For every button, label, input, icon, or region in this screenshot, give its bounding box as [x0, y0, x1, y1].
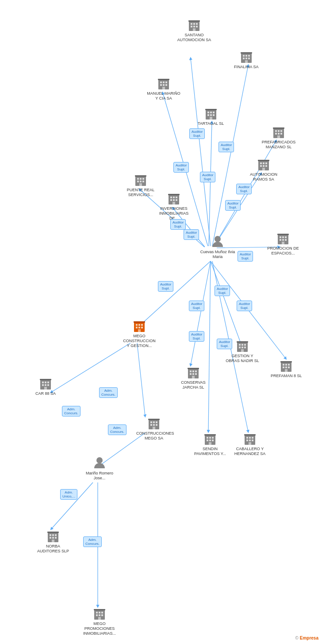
- svg-rect-41: [163, 81, 165, 83]
- node-caballero: CABALLERO Y HERNANDEZ SA: [232, 432, 268, 456]
- svg-rect-140: [42, 382, 44, 383]
- svg-rect-177: [50, 534, 51, 536]
- building-icon-mego-promociones: [92, 606, 107, 621]
- badge-auditor-9[interactable]: AuditorSupl.: [238, 251, 253, 262]
- svg-rect-54: [213, 114, 215, 116]
- diagram: SANTANO AUTOMOCION SA FINALIMA SA MANUEL…: [0, 0, 322, 644]
- svg-rect-161: [207, 440, 208, 441]
- svg-rect-88: [170, 199, 172, 201]
- badge-auditor-13[interactable]: AuditorSupl.: [189, 301, 204, 311]
- svg-rect-126: [242, 347, 243, 348]
- building-icon-tartagal: [204, 106, 218, 120]
- svg-rect-77: [140, 178, 142, 180]
- svg-rect-59: [278, 130, 280, 132]
- svg-line-1: [191, 58, 211, 246]
- svg-line-15: [137, 343, 145, 416]
- svg-rect-145: [47, 384, 49, 386]
- svg-rect-49: [207, 112, 209, 113]
- svg-rect-73: [262, 168, 265, 170]
- building-icon-manuel: [157, 76, 171, 90]
- svg-rect-86: [173, 197, 175, 198]
- person-icon-cuevas: [211, 235, 225, 249]
- svg-rect-129: [237, 341, 248, 343]
- svg-line-4: [209, 122, 212, 246]
- svg-rect-153: [153, 424, 155, 426]
- svg-rect-117: [192, 373, 194, 375]
- svg-rect-29: [188, 20, 200, 22]
- label-prefaman: PREFAMAN 8 SL: [271, 374, 302, 378]
- svg-rect-104: [136, 324, 138, 326]
- svg-rect-64: [277, 135, 280, 138]
- badge-auditor-8[interactable]: AuditorSupl.: [184, 229, 199, 240]
- badge-adm-concurs-3[interactable]: Adm.Concurs.: [108, 424, 126, 435]
- badge-auditor-3[interactable]: AuditorSupl.: [173, 162, 189, 173]
- badge-adm-concurs-2[interactable]: Adm.Concurs.: [62, 406, 80, 416]
- svg-rect-151: [156, 421, 157, 423]
- label-tartagal: TARTAGAL SL: [198, 121, 224, 126]
- svg-rect-37: [245, 60, 248, 63]
- svg-rect-61: [275, 133, 277, 135]
- building-icon-construcciones: [147, 416, 161, 430]
- svg-rect-188: [101, 612, 103, 613]
- badge-auditor-10[interactable]: AuditorSupl.: [158, 281, 173, 292]
- badge-adm-concurs-4[interactable]: Adm.Concurs.: [83, 536, 102, 547]
- svg-rect-160: [212, 437, 214, 439]
- svg-rect-101: [277, 234, 289, 235]
- svg-line-10: [138, 261, 211, 328]
- svg-rect-158: [207, 437, 208, 439]
- badge-auditor-4[interactable]: AuditorSupl.: [200, 172, 215, 182]
- label-norba: NORBA AUDITORES SLP: [35, 544, 71, 554]
- badge-auditor-7[interactable]: AuditorSupl.: [170, 219, 186, 230]
- badge-auditor-6[interactable]: AuditorSupl.: [225, 200, 241, 211]
- building-icon-finalima: [239, 50, 253, 64]
- svg-rect-32: [245, 55, 247, 57]
- svg-rect-168: [249, 437, 251, 439]
- node-norba: NORBA AUDITORES SLP: [35, 529, 71, 554]
- badge-auditor-14[interactable]: AuditorSupl.: [189, 331, 204, 342]
- badge-auditor-2[interactable]: AuditorSupl.: [218, 142, 234, 152]
- badge-adm-unico[interactable]: Adm.Unico,...: [60, 489, 77, 500]
- svg-rect-172: [252, 440, 253, 441]
- building-icon-conservas: [186, 365, 200, 379]
- label-caballero: CABALLERO Y HERNANDEZ SA: [232, 447, 268, 456]
- badge-adm-concurs-1[interactable]: Adm.Concurs.: [99, 387, 118, 398]
- svg-rect-123: [242, 344, 243, 346]
- label-mego-construccion: MEGO CONSTRUCCION Y GESTION...: [122, 334, 157, 348]
- badge-auditor-12[interactable]: AuditorSupl.: [237, 301, 252, 311]
- label-manuel: MANUEL MARIÑO Y CIA SA: [146, 91, 181, 101]
- svg-rect-79: [137, 181, 139, 182]
- svg-rect-58: [275, 130, 277, 132]
- svg-rect-118: [195, 373, 197, 375]
- svg-rect-65: [273, 127, 284, 129]
- svg-line-11: [191, 261, 211, 365]
- label-puente-real: PUENTE REAL SERVICIOS...: [123, 188, 158, 197]
- svg-rect-119: [192, 376, 195, 378]
- svg-rect-92: [168, 194, 180, 195]
- badge-auditor-5[interactable]: AuditorSupl.: [236, 184, 252, 194]
- svg-rect-97: [280, 239, 281, 241]
- svg-rect-184: [47, 532, 59, 533]
- svg-line-16: [208, 261, 211, 432]
- svg-rect-34: [243, 58, 245, 59]
- svg-rect-191: [101, 614, 103, 616]
- svg-rect-91: [172, 202, 175, 204]
- svg-rect-51: [213, 112, 215, 113]
- badge-auditor-15[interactable]: AuditorSupl.: [217, 339, 232, 349]
- svg-rect-40: [160, 81, 162, 83]
- svg-rect-167: [246, 437, 248, 439]
- svg-rect-131: [283, 364, 284, 366]
- badge-auditor-11[interactable]: AuditorSupl.: [215, 285, 230, 296]
- svg-rect-25: [191, 26, 192, 27]
- watermark-brand: Empresa: [300, 636, 318, 640]
- svg-rect-89: [173, 199, 175, 201]
- svg-rect-94: [280, 236, 281, 238]
- node-mego-promociones: MEGO PROMOCIONES INMOBILIARIAS...: [82, 606, 117, 636]
- svg-rect-163: [212, 440, 214, 441]
- svg-rect-105: [138, 324, 140, 326]
- svg-rect-115: [195, 370, 197, 372]
- svg-rect-162: [209, 440, 211, 441]
- svg-rect-27: [196, 26, 198, 27]
- svg-rect-179: [55, 534, 57, 536]
- label-conservas: CONSERVAS JARCHA SL: [176, 380, 211, 390]
- badge-auditor-1[interactable]: AuditorSupl.: [189, 128, 205, 139]
